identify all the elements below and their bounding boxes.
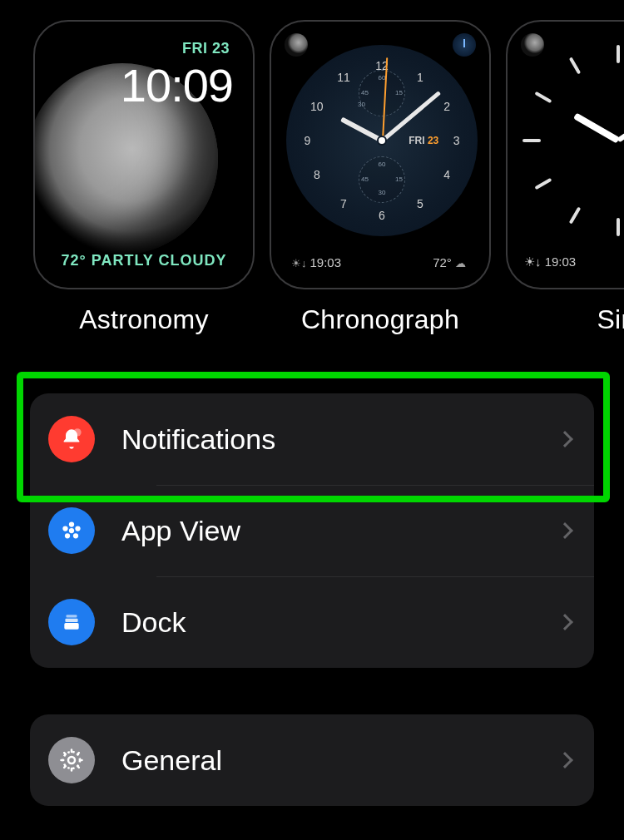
svg-point-4 xyxy=(69,528,74,533)
chronograph-date: FRI 23 xyxy=(409,135,438,146)
chevron-right-icon xyxy=(557,431,573,447)
chronograph-complications: ☀︎↓19:03 72° ☁︎ xyxy=(271,255,489,269)
chevron-right-icon xyxy=(557,522,573,539)
astronomy-time: 10:09 xyxy=(121,58,233,112)
general-icon xyxy=(48,737,95,783)
notifications-icon xyxy=(48,416,95,462)
sunset-complication: ☀︎↓19:03 xyxy=(291,255,341,269)
settings-group-1: Notifications App View Dock xyxy=(30,393,594,668)
chronograph-dial: 12 1 2 3 4 5 6 7 8 9 10 11 60 30 45 15 xyxy=(286,45,478,236)
watch-face-label: Chronograph xyxy=(301,304,459,335)
svg-rect-8 xyxy=(67,615,77,617)
settings-row-label: Notifications xyxy=(121,423,559,456)
minute-hand xyxy=(617,93,624,142)
settings-dock[interactable]: Dock xyxy=(30,576,594,668)
sunset-complication: ☀︎↓ 19:03 xyxy=(524,254,576,269)
watch-face-simple-tile[interactable]: ☀︎↓ 19:03 xyxy=(506,20,624,289)
settings-row-label: App View xyxy=(121,515,559,547)
settings-general[interactable]: General xyxy=(30,714,594,806)
watch-faces-row: FRI 23 10:09 72° PARTLY CLOUDY Astronomy… xyxy=(0,0,624,335)
watch-face-label: Sin xyxy=(597,304,624,335)
svg-point-1 xyxy=(69,521,74,526)
astronomy-weather: 72° PARTLY CLOUDY xyxy=(35,252,253,269)
sunset-icon: ☀︎↓ xyxy=(524,254,542,269)
watch-face-chronograph-tile[interactable]: 12 1 2 3 4 5 6 7 8 9 10 11 60 30 45 15 xyxy=(270,20,491,289)
settings-row-label: General xyxy=(121,744,559,777)
chevron-right-icon xyxy=(557,614,573,630)
settings-row-label: Dock xyxy=(121,606,559,639)
weather-complication: 72° ☁︎ xyxy=(433,255,469,269)
chronograph-subdial-bottom: 60 45 15 30 xyxy=(359,156,405,203)
svg-point-0 xyxy=(73,428,81,436)
simple-dial xyxy=(522,45,624,236)
dock-icon xyxy=(48,599,95,645)
cloud-icon: ☁︎ xyxy=(455,257,466,269)
chevron-right-icon xyxy=(557,752,573,768)
sunset-icon: ☀︎↓ xyxy=(291,257,307,269)
settings-app-view[interactable]: App View xyxy=(30,485,594,576)
svg-point-11 xyxy=(68,757,75,763)
svg-point-3 xyxy=(75,526,80,531)
astronomy-date: FRI 23 xyxy=(182,40,230,57)
watch-face-astronomy[interactable]: FRI 23 10:09 72° PARTLY CLOUDY Astronomy xyxy=(33,20,255,335)
settings-group-2: General xyxy=(30,714,594,806)
hour-hand xyxy=(340,117,383,143)
chronograph-subdial-top: 60 30 45 15 xyxy=(359,70,405,116)
moon-phase-icon xyxy=(285,33,308,57)
svg-rect-9 xyxy=(65,619,77,622)
hour-hand xyxy=(573,113,620,144)
watch-face-label: Astronomy xyxy=(79,304,209,335)
svg-point-2 xyxy=(62,526,67,531)
moon-phase-icon xyxy=(521,33,544,57)
settings-notifications[interactable]: Notifications xyxy=(30,393,594,485)
watch-face-chronograph[interactable]: 12 1 2 3 4 5 6 7 8 9 10 11 60 30 45 15 xyxy=(270,20,491,335)
watch-face-simple[interactable]: ☀︎↓ 19:03 Sin xyxy=(506,20,624,335)
svg-rect-10 xyxy=(64,623,78,630)
app-view-icon xyxy=(48,507,95,554)
timer-icon xyxy=(453,33,476,57)
watch-face-astronomy-tile[interactable]: FRI 23 10:09 72° PARTLY CLOUDY xyxy=(33,20,255,289)
